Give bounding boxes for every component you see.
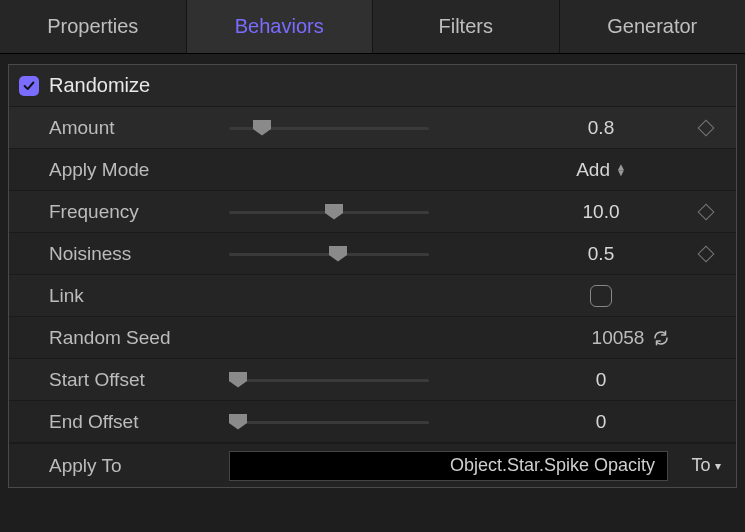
apply-mode-select[interactable]: Add ▲▼ xyxy=(526,159,676,181)
apply-to-label: Apply To xyxy=(49,455,229,477)
apply-to-menu-label: To xyxy=(691,455,710,476)
end-offset-slider-thumb[interactable] xyxy=(229,414,247,430)
noisiness-slider[interactable] xyxy=(229,244,429,264)
frequency-keyframe-icon[interactable] xyxy=(698,203,715,220)
noisiness-value[interactable]: 0.5 xyxy=(526,243,676,265)
random-seed-label: Random Seed xyxy=(49,327,229,349)
regenerate-icon[interactable] xyxy=(652,329,670,347)
inspector-tabs: Properties Behaviors Filters Generator xyxy=(0,0,745,54)
inspector-panel: Properties Behaviors Filters Generator R… xyxy=(0,0,745,532)
end-offset-label: End Offset xyxy=(49,411,229,433)
frequency-label: Frequency xyxy=(49,201,229,223)
frequency-slider[interactable] xyxy=(229,202,429,222)
behavior-header: Randomize xyxy=(9,65,736,107)
frequency-value[interactable]: 10.0 xyxy=(526,201,676,223)
tab-generator[interactable]: Generator xyxy=(560,0,746,53)
param-row-frequency: Frequency 10.0 xyxy=(9,191,736,233)
behavior-title: Randomize xyxy=(49,74,150,97)
noisiness-label: Noisiness xyxy=(49,243,229,265)
noisiness-keyframe-icon[interactable] xyxy=(698,245,715,262)
chevron-down-icon: ▾ xyxy=(715,459,721,473)
param-row-start-offset: Start Offset 0 xyxy=(9,359,736,401)
enable-checkbox[interactable] xyxy=(19,76,39,96)
tab-behaviors[interactable]: Behaviors xyxy=(187,0,374,53)
apply-to-well[interactable]: Object.Star.Spike Opacity xyxy=(229,451,668,481)
random-seed-value[interactable]: 10058 xyxy=(592,327,645,349)
link-checkbox[interactable] xyxy=(590,285,612,307)
updown-icon: ▲▼ xyxy=(616,164,626,176)
param-row-link: Link xyxy=(9,275,736,317)
frequency-slider-thumb[interactable] xyxy=(325,204,343,220)
start-offset-slider[interactable] xyxy=(229,370,429,390)
amount-slider[interactable] xyxy=(229,118,429,138)
amount-keyframe-icon[interactable] xyxy=(698,119,715,136)
param-row-random-seed: Random Seed 10058 xyxy=(9,317,736,359)
start-offset-slider-thumb[interactable] xyxy=(229,372,247,388)
start-offset-label: Start Offset xyxy=(49,369,229,391)
param-row-apply-to: Apply To Object.Star.Spike Opacity To ▾ xyxy=(9,443,736,487)
behavior-content: Randomize Amount 0.8 Apply Mode Add ▲▼ xyxy=(8,64,737,488)
tab-properties[interactable]: Properties xyxy=(0,0,187,53)
param-row-amount: Amount 0.8 xyxy=(9,107,736,149)
apply-mode-value: Add xyxy=(576,159,610,181)
apply-to-menu-button[interactable]: To ▾ xyxy=(676,451,736,481)
apply-mode-label: Apply Mode xyxy=(49,159,229,181)
link-label: Link xyxy=(49,285,229,307)
start-offset-value[interactable]: 0 xyxy=(526,369,676,391)
end-offset-value[interactable]: 0 xyxy=(526,411,676,433)
param-row-end-offset: End Offset 0 xyxy=(9,401,736,443)
check-icon xyxy=(22,79,36,93)
noisiness-slider-thumb[interactable] xyxy=(329,246,347,262)
param-row-apply-mode: Apply Mode Add ▲▼ xyxy=(9,149,736,191)
amount-slider-thumb[interactable] xyxy=(253,120,271,136)
amount-value[interactable]: 0.8 xyxy=(526,117,676,139)
amount-label: Amount xyxy=(49,117,229,139)
param-row-noisiness: Noisiness 0.5 xyxy=(9,233,736,275)
apply-to-value: Object.Star.Spike Opacity xyxy=(450,455,655,476)
end-offset-slider[interactable] xyxy=(229,412,429,432)
tab-filters[interactable]: Filters xyxy=(373,0,560,53)
